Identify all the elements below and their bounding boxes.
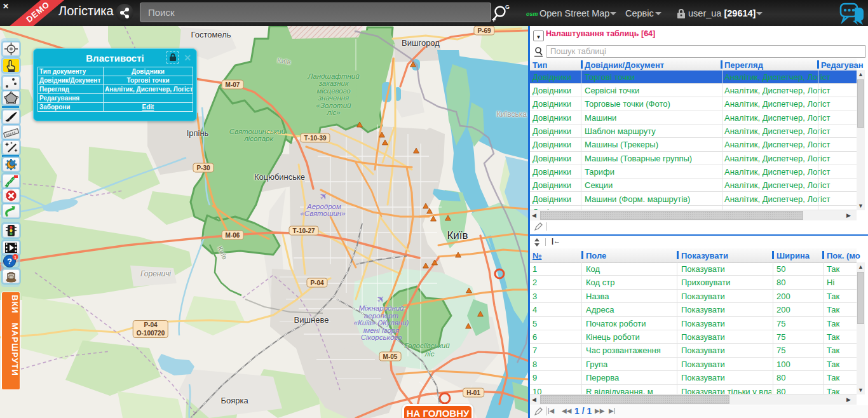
svg-text:?: ? bbox=[7, 257, 12, 266]
svg-text:G: G bbox=[505, 4, 510, 10]
svg-text:1: 1 bbox=[14, 255, 17, 260]
